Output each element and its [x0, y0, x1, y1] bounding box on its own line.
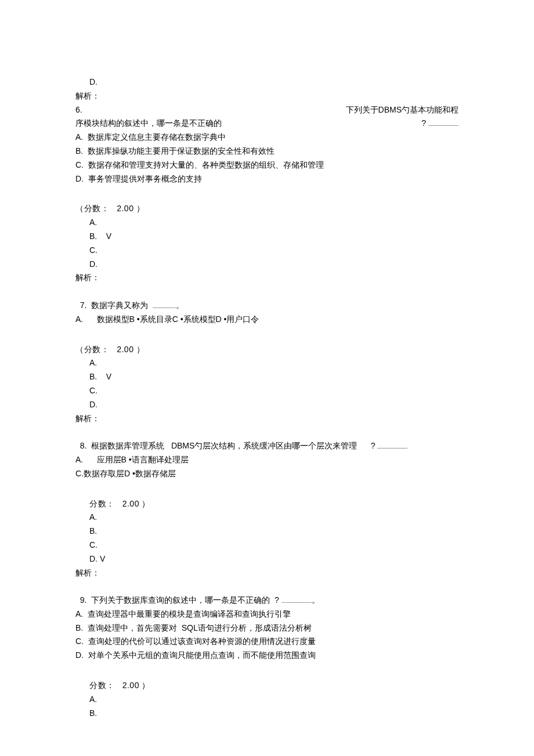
q8-ans-a: A.: [75, 511, 459, 525]
option-d: D.: [75, 75, 459, 89]
q6-right-text: 下列关于DBMS勺基本功能和程: [346, 103, 459, 117]
q7-score: （分数： 2.00 ）: [75, 343, 459, 357]
q6-stem-right: ?: [421, 117, 459, 131]
q8-ans-c: C.: [75, 538, 459, 552]
q6-ans-b: B. V: [75, 230, 459, 244]
q6-option-c: C. 数据存储和管理支持对大量的、各种类型数据的组织、存储和管理: [75, 158, 459, 172]
q6-ans-a: A.: [75, 216, 459, 230]
q8-ans-b: B.: [75, 525, 459, 538]
q6-score: （分数： 2.00 ）: [75, 202, 459, 216]
q8-ans-d: D. V: [75, 552, 459, 566]
q9-option-d: D. 对单个关系中元组的查询只能使用点查询，而不能使用范围查询: [75, 649, 459, 663]
q6-number: 6.: [75, 103, 82, 117]
option-text: D.: [89, 77, 98, 86]
q9-option-b: B. 查询处理中，首先需要对 SQL语句进行分析，形成语法分析树: [75, 621, 459, 635]
q9-option-c: C. 查询处理的代价可以通过该查询对各种资源的使用情况进行度量: [75, 635, 459, 649]
blank: [282, 595, 312, 603]
q7-ans-d: D.: [75, 398, 459, 412]
q7-stem: 7. 数据字典又称为 。: [75, 285, 459, 313]
q9-score: 分数： 2.00 ）: [75, 679, 459, 693]
q9-option-a: A. 查询处理器中最重要的模块是查询编译器和查询执行引擎: [75, 607, 459, 621]
q6-line2: 序模块结构的叙述中，哪一条是不正确的 ?: [75, 117, 459, 131]
q6-option-a: A. 数据库定义信息主要存储在数据字典中: [75, 131, 459, 144]
q6-ans-d: D.: [75, 258, 459, 272]
q9-ans-a: A.: [75, 693, 459, 707]
blank: [153, 300, 176, 308]
q7-ans-b: B. V: [75, 370, 459, 384]
q8-option-a: A. 应用层B •语言翻译处理层: [75, 453, 459, 467]
q7-explain: 解析：: [75, 412, 459, 426]
blank: [377, 441, 407, 449]
q8-stem: 8. 根据数据库管理系统 DBMS勺层次结构，系统缓冲区由哪一个层次来管理 ?: [75, 425, 459, 453]
q6-option-b: B. 数据库操纵功能主要用于保证数据的安全性和有效性: [75, 144, 459, 158]
q6-stem-left: 序模块结构的叙述中，哪一条是不正确的: [75, 117, 222, 131]
q8-score: 分数： 2.00 ）: [75, 497, 459, 511]
q9-stem: 9. 下列关于数据库查询的叙述中，哪一条是不正确的 ? 。: [75, 580, 459, 607]
q8-explain: 解析：: [75, 566, 459, 580]
q7-option-a: A. 数据模型B •系统目录C •系统模型D •用户口令: [75, 313, 459, 327]
q8-option-c: C.数据存取层D •数据存储层: [75, 467, 459, 481]
q6-explain: 解析：: [75, 271, 459, 285]
q6-line1: 6. 下列关于DBMS勺基本功能和程: [75, 103, 459, 117]
q6-option-d: D. 事务管理提供对事务概念的支持: [75, 172, 459, 186]
q9-ans-b: B.: [75, 707, 459, 721]
q7-ans-a: A.: [75, 356, 459, 370]
q6-ans-c: C.: [75, 244, 459, 258]
explain-label: 解析：: [75, 89, 459, 103]
blank: [428, 118, 459, 126]
q7-ans-c: C.: [75, 384, 459, 398]
